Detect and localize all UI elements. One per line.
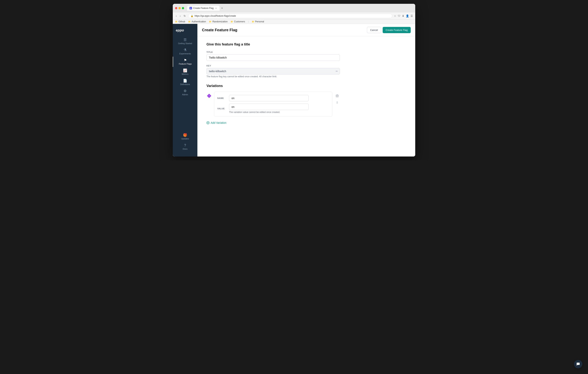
variation-fields: NAME VALUE The variation value cannot be…	[214, 92, 332, 117]
traffic-lights	[175, 7, 184, 9]
variation-name-row: NAME	[217, 95, 329, 101]
bookmark-github[interactable]: Github	[175, 20, 185, 23]
tab-label: Create Feature Flag	[193, 7, 213, 10]
browser-tab-active[interactable]: e Create Feature Flag ×	[187, 6, 220, 11]
key-field-wrap: ✏	[207, 68, 340, 75]
variation-actions	[335, 93, 340, 105]
reload-button[interactable]: ↻	[183, 14, 187, 18]
variation-value-input[interactable]	[229, 104, 309, 110]
bookmark-authentication[interactable]: Authentication	[188, 20, 206, 23]
security-icon: 🔒	[190, 15, 193, 17]
variation-value-hint: The variation value cannot be edited onc…	[229, 111, 329, 114]
sidebar-item-experiments[interactable]: ⚗ Experiments	[173, 46, 197, 57]
key-label: KEY	[207, 64, 340, 67]
title-field-group: TITLE	[207, 51, 340, 61]
sidebar-item-label: Getting Started	[178, 42, 192, 44]
sidebar-item-label: Definitions	[180, 83, 190, 85]
variation-icon: !	[207, 93, 212, 98]
add-variation-icon	[207, 121, 210, 124]
svg-point-8	[337, 103, 338, 103]
url-display: https://qa.eppo.cloud/feature-flags/crea…	[195, 15, 236, 17]
bookmark-personal[interactable]: Personal	[252, 20, 264, 23]
bookmark-star-icon[interactable]: ☆	[394, 14, 396, 17]
variation-value-row: VALUE The variation value cannot be edit…	[217, 104, 329, 114]
metrics-icon: 📈	[183, 69, 187, 72]
svg-text:!: !	[209, 95, 209, 97]
sidebar: eppo ☰ Getting Started ⚗ Experiments ⚑ F…	[173, 24, 197, 157]
header-actions: Cancel Create Feature Flag	[367, 27, 411, 33]
sidebar-item-getting-started[interactable]: ☰ Getting Started	[173, 36, 197, 46]
experiments-icon: ⚗	[184, 48, 187, 52]
admin-icon: ⚙	[184, 89, 187, 93]
delete-variation-button[interactable]	[335, 93, 340, 98]
url-bar[interactable]: 🔒 https://qa.eppo.cloud/feature-flags/cr…	[188, 14, 392, 18]
form-section: Give this feature flag a title TITLE KEY…	[197, 36, 349, 132]
sidebar-item-label: Docs	[183, 148, 187, 150]
variation-name-input[interactable]	[229, 95, 309, 101]
svg-point-3	[337, 102, 337, 102]
key-field-group: KEY ✏ The feature flag key cannot be edi…	[207, 64, 340, 78]
definitions-icon: 📄	[183, 79, 187, 82]
bookmark-separator: |	[248, 20, 249, 23]
svg-rect-2	[336, 95, 338, 97]
sidebar-item-definitions[interactable]: 📄 Definitions	[173, 77, 197, 87]
minimize-window-button[interactable]	[178, 7, 181, 9]
sidebar-item-label: Metrics	[182, 73, 188, 75]
svg-point-5	[337, 102, 337, 103]
sidebar-item-metrics[interactable]: 📈 Metrics	[173, 67, 197, 77]
page-title: Create Feature Flag	[202, 28, 237, 32]
key-input	[207, 68, 340, 75]
create-feature-flag-button[interactable]: Create Feature Flag	[383, 27, 411, 33]
browser-toolbar: ☆ 🛡 ⬇ 👤 ☰	[394, 14, 413, 17]
form-heading: Give this feature flag a title	[207, 43, 340, 46]
getting-started-icon: ☰	[184, 38, 187, 42]
variation-value-label: VALUE	[217, 107, 227, 110]
add-variation-button[interactable]: Add Variation	[207, 120, 226, 126]
menu-icon[interactable]: ☰	[410, 14, 413, 17]
bookmark-customers[interactable]: Customers	[231, 20, 245, 23]
new-tab-button[interactable]: +	[220, 6, 224, 11]
bookmark-randomization[interactable]: Randomization	[209, 20, 228, 23]
updates-icon: 🎁	[183, 133, 187, 137]
svg-point-6	[337, 102, 338, 103]
cancel-button[interactable]: Cancel	[367, 27, 381, 33]
profile-icon[interactable]: 👤	[406, 14, 409, 17]
sidebar-item-label: Feature Flags	[179, 63, 192, 65]
svg-point-7	[337, 103, 337, 103]
title-label: TITLE	[207, 51, 340, 53]
pocket-icon[interactable]: 🛡	[398, 14, 400, 17]
download-icon[interactable]: ⬇	[402, 14, 404, 17]
maximize-window-button[interactable]	[182, 7, 184, 9]
sidebar-item-updates[interactable]: 🎁 Updates	[173, 131, 197, 142]
app-logo: eppo	[173, 27, 197, 36]
app-container: eppo ☰ Getting Started ⚗ Experiments ⚑ F…	[173, 24, 415, 157]
svg-point-4	[337, 102, 338, 102]
page-header: Create Feature Flag Cancel Create Featur…	[197, 24, 415, 36]
title-input[interactable]	[207, 54, 340, 61]
key-hint: The feature flag key cannot be edited on…	[207, 75, 340, 78]
main-content: Create Feature Flag Cancel Create Featur…	[197, 24, 415, 157]
feature-flags-icon: ⚑	[184, 59, 187, 62]
add-variation-label: Add Variation	[211, 121, 226, 124]
forward-button[interactable]: ›	[179, 14, 181, 18]
address-bar: ‹ › ↻ 🔒 https://qa.eppo.cloud/feature-fl…	[173, 12, 415, 20]
drag-variation-handle[interactable]	[335, 100, 340, 105]
sidebar-item-label: Admin	[182, 93, 188, 96]
sidebar-item-feature-flags[interactable]: ⚑ Feature Flags	[173, 57, 197, 67]
sidebar-item-label: Updates	[181, 138, 189, 140]
sidebar-item-admin[interactable]: ⚙ Admin	[173, 87, 197, 97]
variation-row: ! NAME VALUE The variation value c	[207, 92, 340, 117]
tab-favicon: e	[189, 7, 192, 10]
tab-close-button[interactable]: ×	[215, 7, 217, 10]
close-window-button[interactable]	[175, 7, 177, 9]
key-edit-icon[interactable]: ✏	[336, 70, 338, 73]
bookmarks-bar: Github Authentication Randomization Cust…	[173, 20, 415, 24]
back-button[interactable]: ‹	[175, 14, 178, 18]
sidebar-item-label: Experiments	[179, 53, 191, 55]
variation-name-label: NAME	[217, 97, 227, 99]
docs-icon: ?	[184, 144, 186, 147]
sidebar-item-docs[interactable]: ? Docs	[173, 142, 197, 152]
tab-bar: e Create Feature Flag × +	[187, 6, 413, 11]
variations-heading: Variations	[207, 84, 340, 88]
